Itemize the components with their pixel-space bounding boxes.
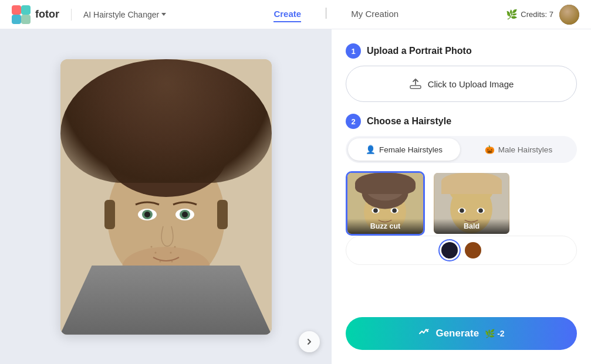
svg-rect-3 <box>12 15 21 24</box>
logo-text: fotor <box>35 8 59 21</box>
credit-leaf-icon: 🌿 <box>485 329 495 338</box>
credits-text: Credits: 7 <box>521 10 553 19</box>
nav-separator: | <box>325 6 327 22</box>
tab-male-hairstyles[interactable]: 🎃 Male Hairstyles <box>462 138 575 161</box>
step1-badge: 1 <box>346 43 361 59</box>
upload-button[interactable]: Click to Upload Image <box>346 66 577 102</box>
svg-point-21 <box>144 212 150 217</box>
tab-female-hairstyles[interactable]: 👤 Female Hairstyles <box>348 138 460 161</box>
svg-point-9 <box>104 109 228 197</box>
portrait-svg <box>60 59 272 335</box>
nav-my-creation[interactable]: My Creation <box>351 6 398 22</box>
svg-point-33 <box>362 176 408 209</box>
svg-point-37 <box>373 209 378 213</box>
svg-point-6 <box>96 258 237 335</box>
hairstyle-tabs: 👤 Female Hairstyles 🎃 Male Hairstyles <box>346 136 577 163</box>
color-swatch-black[interactable] <box>441 242 458 258</box>
portrait-container <box>60 59 272 335</box>
svg-rect-15 <box>104 200 115 229</box>
generate-button[interactable]: Generate 🌿 -2 <box>346 317 577 350</box>
step2-title: Choose a Hairstyle <box>367 116 451 127</box>
left-panel <box>0 29 332 364</box>
upload-icon <box>409 77 422 90</box>
svg-point-26 <box>174 246 175 247</box>
chevron-down-icon <box>161 13 166 16</box>
svg-rect-30 <box>410 86 421 89</box>
male-tab-label: Male Hairstyles <box>498 145 552 154</box>
step2-header: 2 Choose a Hairstyle <box>346 114 577 129</box>
bald-label: Bald <box>434 219 509 234</box>
nav-center: Create | My Creation <box>175 6 497 22</box>
fotor-logo-icon <box>12 5 31 24</box>
svg-point-11 <box>166 130 207 162</box>
generate-icon <box>418 328 430 339</box>
svg-point-41 <box>449 174 494 205</box>
svg-rect-2 <box>21 5 31 15</box>
generate-label: Generate <box>435 328 479 339</box>
step1-title: Upload a Portrait Photo <box>367 46 472 56</box>
hairstyle-grid: Buzz cut <box>346 171 577 236</box>
hairstyle-card-buzzcut[interactable]: Buzz cut <box>346 171 425 236</box>
svg-point-29 <box>171 260 173 262</box>
credit-cost: -2 <box>497 329 504 338</box>
svg-point-13 <box>116 143 146 169</box>
svg-rect-1 <box>12 5 21 15</box>
header: fotor AI Hairstyle Changer Create | My C… <box>0 0 591 29</box>
svg-point-24 <box>150 246 152 247</box>
upload-btn-label: Click to Upload Image <box>428 79 514 89</box>
next-arrow[interactable] <box>299 331 320 352</box>
leaf-icon: 🌿 <box>506 9 518 20</box>
color-swatch-brown[interactable] <box>465 242 481 258</box>
svg-point-23 <box>122 247 210 288</box>
female-tab-icon: 👤 <box>366 145 376 154</box>
portrait-image <box>60 59 272 335</box>
avatar-image <box>559 5 579 25</box>
svg-point-8 <box>107 147 225 288</box>
tool-label: AI Hairstyle Changer <box>83 10 159 19</box>
svg-point-27 <box>170 251 171 253</box>
buzzcut-label: Buzz cut <box>347 219 423 234</box>
main-layout: 1 Upload a Portrait Photo Click to Uploa… <box>0 29 591 364</box>
step1-header: 1 Upload a Portrait Photo <box>346 43 577 59</box>
step2-badge: 2 <box>346 114 361 129</box>
svg-point-10 <box>125 130 166 162</box>
svg-rect-16 <box>217 200 228 229</box>
svg-point-28 <box>159 260 161 262</box>
nav-create[interactable]: Create <box>273 6 301 22</box>
svg-point-25 <box>154 251 156 253</box>
logo-area[interactable]: fotor <box>12 5 59 24</box>
tool-name[interactable]: AI Hairstyle Changer <box>83 10 166 19</box>
svg-point-38 <box>392 209 397 213</box>
credits-badge: 🌿 Credits: 7 <box>506 9 553 20</box>
svg-point-12 <box>137 118 195 159</box>
svg-rect-4 <box>21 15 31 24</box>
step1-section: 1 Upload a Portrait Photo Click to Uploa… <box>346 43 577 102</box>
avatar[interactable] <box>559 5 579 25</box>
svg-point-44 <box>460 209 464 213</box>
hairstyle-card-bald[interactable]: Bald <box>432 171 511 236</box>
svg-marker-7 <box>60 282 272 335</box>
header-right: 🌿 Credits: 7 <box>506 5 579 25</box>
male-tab-icon: 🎃 <box>485 145 495 154</box>
svg-point-22 <box>182 212 188 217</box>
credit-badge: 🌿 -2 <box>485 329 504 338</box>
svg-point-45 <box>478 209 483 213</box>
female-tab-label: Female Hairstyles <box>379 145 443 154</box>
svg-point-14 <box>187 143 216 169</box>
color-row <box>346 236 577 265</box>
step2-section: 2 Choose a Hairstyle 👤 Female Hairstyles… <box>346 114 577 265</box>
right-panel: 1 Upload a Portrait Photo Click to Uploa… <box>332 29 591 364</box>
header-divider <box>71 9 72 21</box>
svg-point-34 <box>366 176 404 201</box>
